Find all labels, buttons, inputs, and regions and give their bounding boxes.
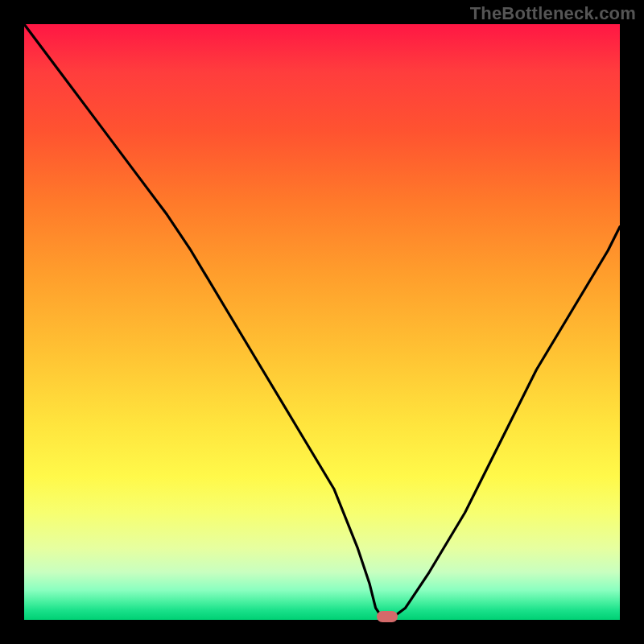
chart-frame: TheBottleneck.com	[0, 0, 644, 644]
minimum-marker	[377, 611, 398, 622]
bottleneck-curve	[24, 24, 620, 620]
watermark-text: TheBottleneck.com	[470, 3, 636, 24]
plot-area	[24, 24, 620, 620]
